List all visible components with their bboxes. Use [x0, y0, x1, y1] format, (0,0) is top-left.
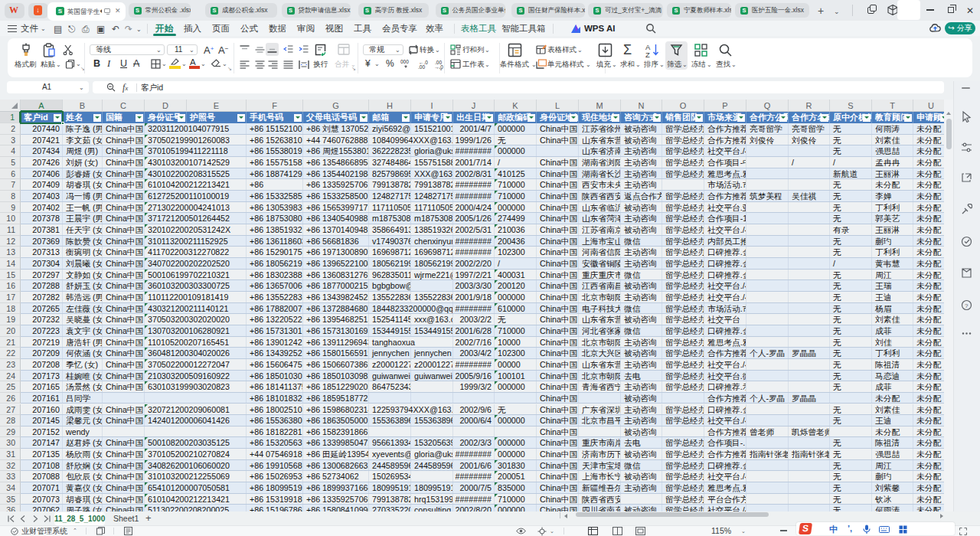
- svg-text:000: 000: [400, 59, 409, 64]
- svg-text:Z: Z: [645, 51, 650, 58]
- svg-text:?: ?: [965, 302, 969, 309]
- svg-text:.00: .00: [418, 64, 425, 70]
